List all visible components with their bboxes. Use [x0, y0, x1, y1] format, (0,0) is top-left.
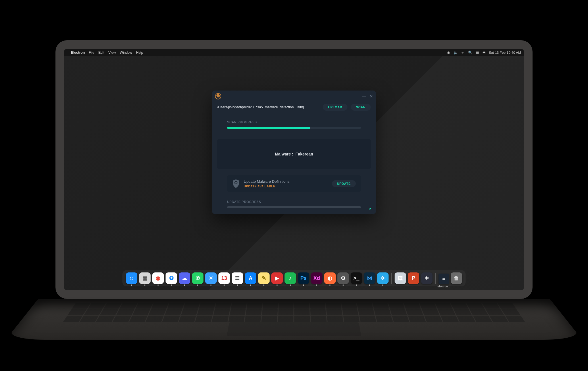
upload-button[interactable]: UPLOAD: [323, 104, 347, 111]
dock-app-xd[interactable]: Xd: [311, 272, 322, 284]
scan-progress-fill: [227, 127, 310, 129]
app-titlebar[interactable]: — ✕: [212, 91, 376, 102]
scan-progress-panel: SCAN PROGRESS: [212, 115, 376, 132]
close-button[interactable]: ✕: [370, 94, 373, 99]
menubar-clock[interactable]: Sat 13 Feb 10:40 AM: [489, 51, 521, 54]
macos-menubar: Electron File Edit View Window Help ◉ 🔈 …: [64, 49, 524, 56]
minimize-button[interactable]: —: [362, 94, 366, 99]
stage: Electron File Edit View Window Help ◉ 🔈 …: [0, 0, 588, 371]
dock-app-electron-dev[interactable]: ⚛: [421, 272, 433, 284]
update-progress-label: UPDATE PROGRESS: [227, 200, 361, 203]
dock-separator: [435, 273, 436, 284]
scan-progress-label: SCAN PROGRESS: [227, 120, 361, 124]
dock-app-settings[interactable]: ⚙: [337, 272, 349, 284]
dock-app-reminders[interactable]: ☰: [232, 272, 243, 284]
menubar-left: Electron File Edit View Window Help: [67, 51, 143, 55]
file-path-display: /Users/jibingeorge/2020_csa5_malware_det…: [217, 105, 319, 109]
dock-app-whatsapp[interactable]: ✆: [192, 272, 203, 284]
detected-malware-name: Fakerean: [295, 152, 313, 156]
dock-app-terminal[interactable]: >_: [351, 272, 362, 284]
siri-icon[interactable]: ◓: [483, 51, 485, 55]
dock-trash[interactable]: 🗑: [451, 272, 462, 284]
dock-app-postman[interactable]: ◐: [324, 272, 336, 284]
scan-progress-bar: [227, 127, 361, 129]
scan-toolbar: /Users/jibingeorge/2020_csa5_malware_det…: [212, 102, 376, 115]
dock-app-calendar[interactable]: 13: [218, 272, 230, 284]
spotlight-icon[interactable]: 🔍: [468, 51, 472, 55]
dock-app-discord[interactable]: ☁: [179, 272, 190, 284]
dock-app-powerpoint[interactable]: P: [408, 272, 419, 284]
dock-app-notes[interactable]: ✎: [258, 272, 270, 284]
update-progress-bar: [227, 206, 361, 208]
definitions-text: Update Malware Definitions UPDATE AVAILA…: [244, 179, 289, 188]
dock-app-safari[interactable]: ✪: [166, 272, 177, 284]
result-prefix: Malware :: [275, 152, 293, 156]
macos-dock: ☺▦◉✪☁✆☀13☰A✎▶♪PsXd◐⚙>_⋈✈🖼P⚛▭Electron...🗑: [122, 270, 466, 286]
wifi-icon[interactable]: ᯤ: [461, 51, 465, 55]
dock-app-label: Electron...: [437, 285, 450, 288]
dock-app-launchpad[interactable]: ▦: [139, 272, 151, 284]
update-progress-fill: [227, 206, 361, 208]
scan-button[interactable]: SCAN: [351, 104, 371, 111]
menu-view[interactable]: View: [108, 51, 116, 55]
update-button[interactable]: UPDATE: [332, 180, 356, 187]
active-app-name[interactable]: Electron: [71, 51, 85, 55]
menu-edit[interactable]: Edit: [98, 51, 104, 55]
dock-separator: [391, 273, 392, 284]
laptop-mock: Electron File Edit View Window Help ◉ 🔈 …: [55, 40, 533, 362]
menu-window[interactable]: Window: [120, 51, 132, 55]
screen-record-icon[interactable]: ◉: [447, 51, 450, 55]
definitions-update-card: Update Malware Definitions UPDATE AVAILA…: [227, 175, 361, 192]
dock-app-photoshop[interactable]: Ps: [298, 272, 309, 284]
laptop-lid: Electron File Edit View Window Help ◉ 🔈 …: [55, 40, 533, 299]
control-center-icon[interactable]: ☰: [476, 51, 479, 55]
app-logo-icon: [215, 93, 221, 99]
dock-app-finder[interactable]: ☺: [126, 272, 137, 284]
laptop-keyboard: [63, 303, 525, 322]
dock-app-telegram[interactable]: ✈: [377, 272, 389, 284]
dock-app-weather[interactable]: ☀: [205, 272, 217, 284]
dock-app-chrome[interactable]: ◉: [152, 272, 164, 284]
laptop-trackpad: [227, 322, 361, 336]
window-controls: — ✕: [362, 94, 373, 99]
malware-scanner-window: — ✕ /Users/jibingeorge/2020_csa5_malware…: [212, 91, 376, 214]
laptop-deck: [6, 299, 582, 340]
connection-status-icon: ᯤ: [368, 207, 372, 211]
shield-icon: [232, 179, 240, 188]
scan-result-card: Malware : Fakerean: [217, 139, 371, 169]
desktop-screen: Electron File Edit View Window Help ◉ 🔈 …: [64, 49, 524, 290]
dock-app-youtube-music[interactable]: ▶: [271, 272, 283, 284]
dock-app-minimized-window[interactable]: ▭Electron...: [439, 274, 449, 284]
menu-file[interactable]: File: [89, 51, 94, 55]
dock-app-vscode[interactable]: ⋈: [364, 272, 375, 284]
definitions-title: Update Malware Definitions: [244, 179, 289, 184]
dock-app-appstore[interactable]: A: [245, 272, 256, 284]
menu-help[interactable]: Help: [136, 51, 143, 55]
dock-app-preview[interactable]: 🖼: [395, 272, 406, 284]
definitions-status: UPDATE AVAILABLE: [244, 184, 289, 188]
volume-icon[interactable]: 🔈: [454, 51, 458, 55]
dock-app-spotify[interactable]: ♪: [285, 272, 296, 284]
menubar-right: ◉ 🔈 ᯤ 🔍 ☰ ◓ Sat 13 Feb 10:40 AM: [447, 51, 521, 55]
update-progress-panel: UPDATE PROGRESS: [212, 193, 376, 214]
